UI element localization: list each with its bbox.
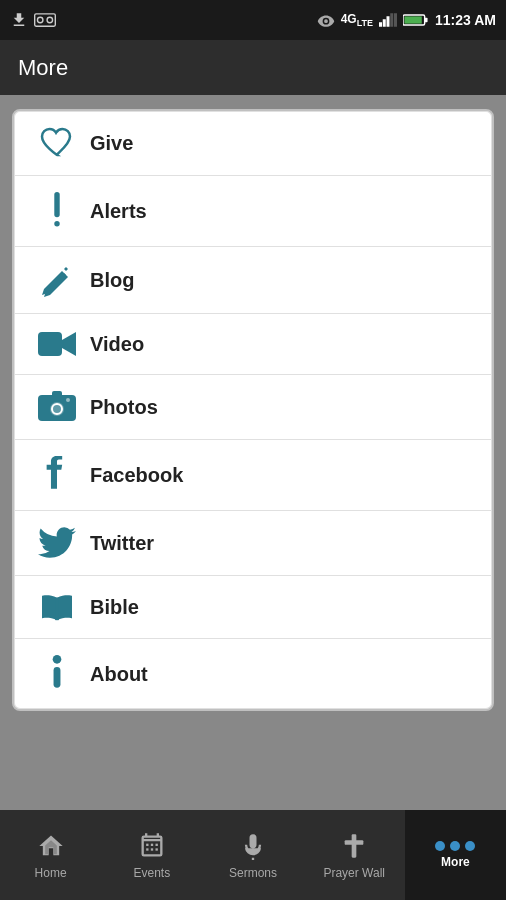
home-icon — [35, 830, 67, 862]
app-header: More — [0, 40, 506, 95]
twitter-icon — [34, 527, 80, 559]
menu-label-blog: Blog — [90, 269, 134, 292]
svg-rect-28 — [352, 834, 357, 857]
menu-item-bible[interactable]: Bible — [14, 576, 492, 639]
book-icon — [34, 592, 80, 622]
video-icon — [34, 330, 80, 358]
menu-label-video: Video — [90, 333, 144, 356]
svg-rect-5 — [387, 16, 390, 27]
svg-rect-6 — [390, 13, 393, 27]
svg-rect-19 — [55, 598, 59, 621]
nav-label-more: More — [441, 855, 470, 869]
svg-rect-25 — [146, 848, 148, 850]
signal-icon — [379, 13, 397, 27]
menu-card: Give Alerts Blog — [12, 109, 494, 711]
facebook-icon — [34, 456, 80, 494]
svg-rect-22 — [146, 844, 148, 846]
svg-rect-10 — [404, 16, 421, 23]
svg-rect-21 — [54, 667, 61, 688]
svg-rect-27 — [155, 848, 157, 850]
menu-label-alerts: Alerts — [90, 200, 147, 223]
menu-item-alerts[interactable]: Alerts — [14, 176, 492, 247]
svg-point-18 — [66, 398, 70, 402]
page-title: More — [18, 55, 68, 81]
nav-item-home[interactable]: Home — [0, 810, 101, 900]
svg-rect-7 — [394, 13, 397, 27]
menu-item-give[interactable]: Give — [14, 111, 492, 176]
menu-label-twitter: Twitter — [90, 532, 154, 555]
svg-rect-23 — [151, 844, 153, 846]
info-icon — [34, 655, 80, 693]
menu-label-give: Give — [90, 132, 133, 155]
svg-point-20 — [53, 655, 62, 664]
download-icon — [10, 11, 28, 29]
svg-rect-29 — [345, 840, 364, 845]
menu-item-twitter[interactable]: Twitter — [14, 511, 492, 576]
status-time: 11:23 AM — [435, 12, 496, 28]
main-content: Give Alerts Blog — [0, 95, 506, 810]
network-label: 4GLTE — [341, 12, 373, 28]
calendar-icon — [136, 830, 168, 862]
nav-label-events: Events — [133, 866, 170, 880]
menu-label-about: About — [90, 663, 148, 686]
menu-item-video[interactable]: Video — [14, 314, 492, 375]
svg-rect-26 — [151, 848, 153, 850]
svg-point-1 — [37, 17, 43, 23]
camera-icon — [34, 391, 80, 423]
eye-icon — [317, 13, 335, 27]
cassette-icon — [34, 13, 56, 27]
nav-item-prayer-wall[interactable]: Prayer Wall — [304, 810, 405, 900]
svg-rect-9 — [425, 18, 428, 22]
svg-rect-11 — [54, 192, 59, 217]
svg-rect-4 — [383, 19, 386, 27]
menu-item-blog[interactable]: Blog — [14, 247, 492, 314]
microphone-icon — [237, 830, 269, 862]
svg-rect-15 — [52, 391, 62, 397]
menu-item-facebook[interactable]: Facebook — [14, 440, 492, 511]
svg-rect-3 — [379, 22, 382, 27]
nav-item-sermons[interactable]: Sermons — [202, 810, 303, 900]
menu-item-photos[interactable]: Photos — [14, 375, 492, 440]
cross-icon — [338, 830, 370, 862]
svg-rect-24 — [155, 844, 157, 846]
svg-rect-13 — [38, 332, 62, 356]
battery-icon — [403, 13, 429, 27]
nav-label-home: Home — [35, 866, 67, 880]
pencil-icon — [34, 263, 80, 297]
nav-label-prayer-wall: Prayer Wall — [323, 866, 385, 880]
status-right-icons: 4GLTE 11:23 AM — [317, 12, 496, 28]
status-bar: 4GLTE 11:23 AM — [0, 0, 506, 40]
svg-rect-12 — [54, 221, 59, 226]
heart-icon — [34, 127, 80, 159]
menu-label-facebook: Facebook — [90, 464, 183, 487]
svg-point-2 — [47, 17, 53, 23]
nav-item-events[interactable]: Events — [101, 810, 202, 900]
alert-icon — [34, 192, 80, 230]
status-left-icons — [10, 11, 56, 29]
nav-item-more[interactable]: More — [405, 810, 506, 900]
bottom-nav: Home Events Sermons — [0, 810, 506, 900]
more-dots-icon — [435, 841, 475, 851]
nav-label-sermons: Sermons — [229, 866, 277, 880]
menu-item-about[interactable]: About — [14, 639, 492, 709]
menu-label-photos: Photos — [90, 396, 158, 419]
menu-label-bible: Bible — [90, 596, 139, 619]
